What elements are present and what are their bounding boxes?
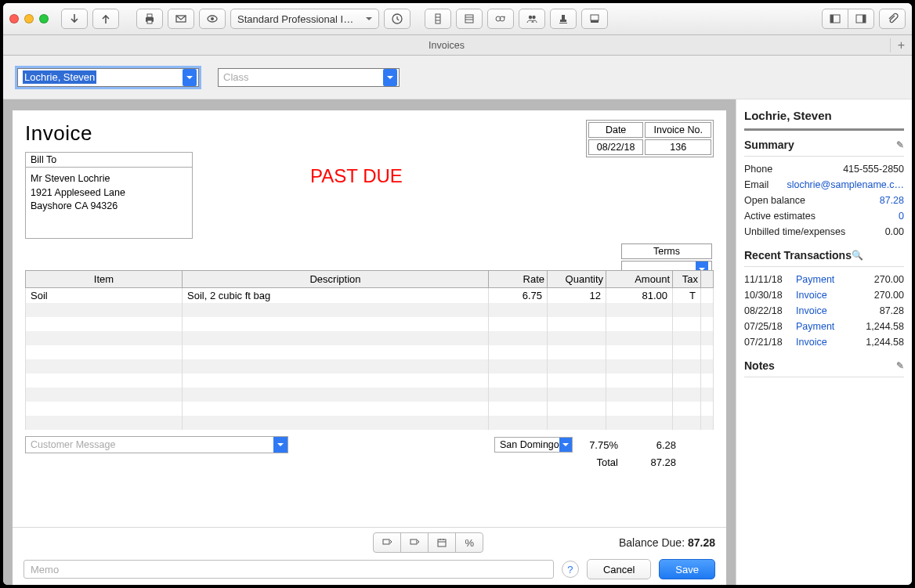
sidebar-customer-name: Lochrie, Steven [744, 109, 904, 122]
email-value[interactable]: slochrie@samplename.c… [787, 179, 904, 190]
svg-rect-1 [147, 14, 152, 17]
svg-point-12 [532, 16, 535, 19]
schedule-button[interactable] [428, 532, 456, 553]
help-button[interactable]: ? [562, 561, 579, 578]
col-tax: Tax [673, 271, 701, 288]
invoice-form: Invoice PAST DUE Date Invoice No. 08/22/… [13, 110, 726, 527]
tabs-bar: Invoices + [3, 35, 912, 56]
view-left-panel-button[interactable] [822, 9, 848, 29]
invoice-no-label: Invoice No. [645, 122, 711, 138]
customer-message-combo[interactable]: Customer Message [25, 436, 288, 453]
svg-point-11 [529, 16, 532, 19]
balance-due-value: 87.28 [688, 536, 715, 549]
total-label: Total [597, 456, 618, 468]
payment-button[interactable] [487, 9, 514, 29]
edit-notes-icon[interactable]: ✎ [896, 360, 904, 371]
svg-rect-22 [383, 539, 389, 544]
stamp-button[interactable] [550, 9, 577, 29]
table-row [26, 373, 714, 388]
view-right-panel-button[interactable] [848, 9, 874, 29]
template-select[interactable]: Standard Professional I… [230, 9, 379, 29]
svg-rect-19 [830, 15, 834, 23]
active-estimates-value[interactable]: 0 [899, 211, 904, 222]
table-row [26, 331, 714, 345]
search-icon[interactable]: 🔍 [852, 250, 863, 261]
edit-summary-icon[interactable]: ✎ [896, 139, 904, 150]
zoom-window-icon[interactable] [39, 14, 49, 23]
bill-to-address[interactable]: Mr Steven Lochrie 1921 Appleseed Lane Ba… [26, 168, 192, 238]
date-value[interactable]: 08/22/18 [588, 139, 644, 155]
tax-rate: 7.75% [584, 439, 618, 451]
open-balance-value[interactable]: 87.28 [880, 195, 904, 206]
phone-value: 415-555-2850 [843, 164, 904, 175]
window-controls [9, 14, 49, 23]
transaction-row[interactable]: 10/30/18Invoice270.00 [744, 287, 904, 303]
tax-amount: 6.28 [629, 439, 676, 451]
transaction-row[interactable]: 08/22/18Invoice87.28 [744, 303, 904, 319]
balance-due-label: Balance Due: [619, 536, 685, 549]
svg-rect-7 [436, 14, 440, 23]
customer-button[interactable] [519, 9, 545, 29]
terms-label: Terms [621, 243, 712, 259]
chevron-down-icon [273, 437, 288, 453]
svg-rect-21 [863, 15, 866, 23]
new-tab-button[interactable]: + [890, 38, 912, 52]
notes-label: Notes [744, 359, 775, 372]
cancel-button[interactable]: Cancel [587, 559, 651, 579]
toolbar: Standard Professional I… [3, 3, 912, 35]
scrollbar-gutter [701, 271, 714, 288]
class-combo[interactable]: Class [218, 68, 400, 87]
history-button[interactable] [425, 9, 451, 29]
svg-rect-24 [438, 539, 446, 547]
svg-rect-15 [559, 23, 567, 23]
email-button[interactable] [168, 9, 194, 29]
close-window-icon[interactable] [9, 14, 19, 23]
recent-transactions-label: Recent Transactions [744, 249, 852, 262]
svg-rect-14 [562, 15, 565, 20]
customer-message-placeholder: Customer Message [31, 439, 115, 450]
totals: San Domingo 7.75% 6.28 Total 87.28 [494, 436, 714, 471]
percentage-button[interactable]: % [455, 532, 483, 553]
receive-payment-button[interactable] [400, 532, 429, 553]
svg-rect-8 [465, 15, 473, 23]
tab-invoices[interactable]: Invoices [3, 40, 890, 51]
attach-button[interactable] [879, 9, 906, 29]
table-row [26, 359, 714, 373]
prev-button[interactable] [61, 9, 88, 29]
table-row [26, 345, 714, 359]
tax-item-combo[interactable]: San Domingo [494, 437, 573, 453]
class-placeholder: Class [223, 71, 249, 83]
pending-button[interactable] [384, 9, 410, 29]
bill-to-label: Bill To [26, 153, 192, 168]
print-button[interactable] [136, 9, 163, 29]
chevron-down-icon [383, 69, 397, 86]
total-amount: 87.28 [629, 456, 676, 468]
unbilled-value: 0.00 [885, 226, 904, 237]
svg-rect-23 [410, 539, 417, 544]
past-due-watermark: PAST DUE [310, 165, 403, 187]
transaction-row[interactable]: 07/21/18Invoice1,244.58 [744, 334, 904, 350]
apply-credits-button[interactable] [373, 532, 401, 553]
table-row [26, 317, 714, 331]
summary-label: Summary [744, 139, 794, 151]
col-item: Item [26, 271, 183, 288]
transaction-row[interactable]: 11/11/18Payment270.00 [744, 272, 904, 287]
save-button[interactable]: Save [659, 559, 715, 579]
chevron-down-icon [559, 438, 572, 452]
journal-button[interactable] [456, 9, 483, 29]
transaction-row[interactable]: 07/25/18Payment1,244.58 [744, 319, 904, 334]
memo-input[interactable]: Memo [24, 560, 554, 579]
sidebar: Lochrie, Steven Summary✎ Phone415-555-28… [736, 99, 912, 585]
col-rate: Rate [489, 271, 548, 288]
customer-combo[interactable]: Lochrie, Steven [17, 68, 199, 87]
col-amount: Amount [606, 271, 673, 288]
next-button[interactable] [92, 9, 119, 29]
line-items-body[interactable]: Soil Soil, 2 cubic ft bag 6.75 12 81.00 … [26, 288, 714, 431]
invoice-no-value[interactable]: 136 [645, 139, 711, 155]
ship-button[interactable] [581, 9, 608, 29]
preview-button[interactable] [199, 9, 226, 29]
minimize-window-icon[interactable] [24, 14, 34, 23]
svg-rect-16 [591, 15, 599, 20]
customer-value: Lochrie, Steven [23, 70, 96, 84]
table-row: Soil Soil, 2 cubic ft bag 6.75 12 81.00 … [26, 288, 714, 304]
